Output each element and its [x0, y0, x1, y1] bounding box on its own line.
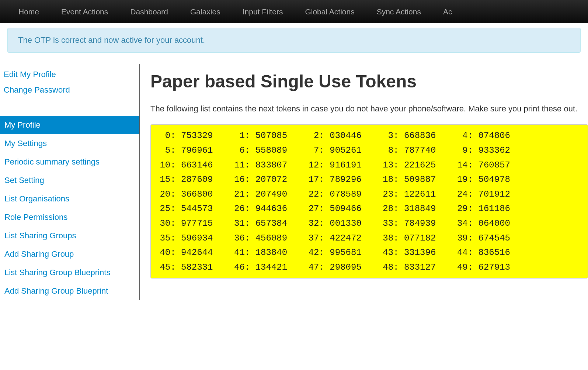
- sidebar-top-link-edit-my-profile[interactable]: Edit My Profile: [4, 67, 136, 82]
- sidebar-item-list-sharing-group-blueprints[interactable]: List Sharing Group Blueprints: [0, 263, 139, 282]
- sidebar-item-role-permissions[interactable]: Role Permissions: [0, 208, 139, 227]
- sidebar-divider: [3, 109, 117, 109]
- sidebar-item-set-setting[interactable]: Set Setting: [0, 171, 139, 190]
- topnav-item-ac[interactable]: Ac: [432, 7, 463, 16]
- layout: Edit My ProfileChange Password My Profil…: [0, 64, 588, 300]
- page-title: Paper based Single Use Tokens: [150, 71, 588, 91]
- sidebar-item-list-sharing-groups[interactable]: List Sharing Groups: [0, 227, 139, 245]
- topnav-item-input-filters[interactable]: Input Filters: [232, 7, 294, 16]
- token-block: 0: 753329 1: 507085 2: 030446 3: 668836 …: [150, 124, 588, 279]
- sidebar-top-link-change-password[interactable]: Change Password: [4, 82, 136, 98]
- topnav-item-galaxies[interactable]: Galaxies: [179, 7, 232, 16]
- sidebar-item-my-settings[interactable]: My Settings: [0, 134, 139, 153]
- alert-success: The OTP is correct and now active for yo…: [7, 28, 581, 53]
- main-content: Paper based Single Use Tokens The follow…: [140, 64, 588, 300]
- sidebar-item-list-organisations[interactable]: List Organisations: [0, 190, 139, 208]
- page-description: The following list contains the next tok…: [150, 102, 588, 115]
- sidebar: Edit My ProfileChange Password My Profil…: [0, 64, 140, 300]
- topnav-item-home[interactable]: Home: [7, 7, 50, 16]
- topnav-item-event-actions[interactable]: Event Actions: [50, 7, 119, 16]
- sidebar-top-links: Edit My ProfileChange Password: [3, 64, 139, 105]
- sidebar-item-add-sharing-group[interactable]: Add Sharing Group: [0, 245, 139, 263]
- sidebar-item-add-sharing-group-blueprint[interactable]: Add Sharing Group Blueprint: [0, 282, 139, 300]
- alert-container: The OTP is correct and now active for yo…: [0, 23, 588, 53]
- sidebar-list: My ProfileMy SettingsPeriodic summary se…: [0, 116, 139, 300]
- top-nav: HomeEvent ActionsDashboardGalaxiesInput …: [0, 0, 588, 23]
- sidebar-item-periodic-summary-settings[interactable]: Periodic summary settings: [0, 153, 139, 171]
- topnav-item-sync-actions[interactable]: Sync Actions: [366, 7, 432, 16]
- topnav-item-dashboard[interactable]: Dashboard: [119, 7, 179, 16]
- sidebar-item-my-profile[interactable]: My Profile: [0, 116, 139, 134]
- topnav-item-global-actions[interactable]: Global Actions: [294, 7, 365, 16]
